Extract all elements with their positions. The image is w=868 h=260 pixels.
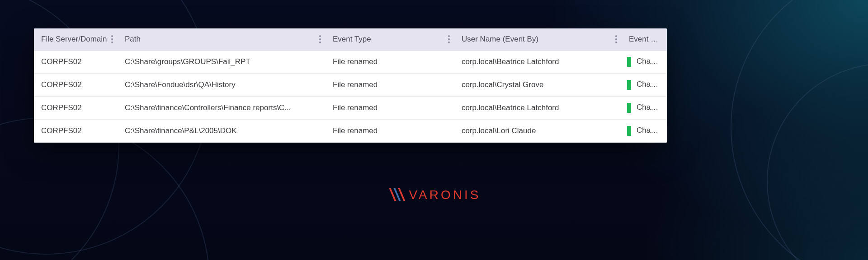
cell-file-server: CORPFS02 <box>34 97 118 120</box>
col-label: Path <box>125 35 141 43</box>
cell-path: C:\Share\Fondue\dsr\QA\History <box>118 74 326 97</box>
table-row[interactable]: CORPFS02C:\Share\finance\Controllers\Fin… <box>34 97 667 120</box>
varonis-mark-icon <box>387 187 407 203</box>
cell-event-operation: Change <box>622 97 667 120</box>
cell-file-server: CORPFS02 <box>34 51 118 74</box>
cell-path: C:\Share\groups\GROUPS\Fail_RPT <box>118 51 326 74</box>
cell-file-server: CORPFS02 <box>34 74 118 97</box>
cell-user-name: corp.local\Crystal Grove <box>454 74 622 97</box>
cell-event-operation: Change <box>622 51 667 74</box>
table-row[interactable]: CORPFS02C:\Share\Fondue\dsr\QA\HistoryFi… <box>34 74 667 97</box>
column-menu-icon[interactable] <box>111 35 113 43</box>
col-label: User Name (Event By) <box>462 35 538 43</box>
col-path[interactable]: Path <box>118 28 326 51</box>
cell-user-name: corp.local\Beatrice Latchford <box>454 51 622 74</box>
table-body: CORPFS02C:\Share\groups\GROUPS\Fail_RPTF… <box>34 51 667 143</box>
operation-label: Change <box>637 103 664 111</box>
app-root: File Server/Domain Path Event Type User … <box>0 0 868 260</box>
events-table-card: File Server/Domain Path Event Type User … <box>34 28 667 143</box>
status-chip-icon <box>627 57 631 67</box>
status-chip-icon <box>627 126 631 136</box>
col-label: Event Type <box>333 35 371 43</box>
status-chip-icon <box>627 80 631 90</box>
cell-event-operation: Change <box>622 120 667 143</box>
col-user-name[interactable]: User Name (Event By) <box>454 28 622 51</box>
brand-logo: VARONIS <box>387 187 481 203</box>
cell-event-operation: Change <box>622 74 667 97</box>
operation-label: Change <box>637 80 664 88</box>
column-menu-icon[interactable] <box>448 35 450 43</box>
col-event-operation[interactable]: Event Oper <box>622 28 667 51</box>
table-row[interactable]: CORPFS02C:\Share\finance\P&L\2005\DOKFil… <box>34 120 667 143</box>
col-event-type[interactable]: Event Type <box>326 28 454 51</box>
column-menu-icon[interactable] <box>319 35 321 43</box>
status-chip-icon <box>627 103 631 113</box>
cell-user-name: corp.local\Lori Claude <box>454 120 622 143</box>
cell-user-name: corp.local\Beatrice Latchford <box>454 97 622 120</box>
cell-event-type: File renamed <box>326 120 454 143</box>
col-label: File Server/Domain <box>41 35 107 43</box>
operation-label: Change <box>637 126 664 135</box>
operation-label: Change <box>637 57 664 65</box>
cell-path: C:\Share\finance\P&L\2005\DOK <box>118 120 326 143</box>
col-label: Event Oper <box>629 35 667 43</box>
brand-name: VARONIS <box>409 188 481 202</box>
table-row[interactable]: CORPFS02C:\Share\groups\GROUPS\Fail_RPTF… <box>34 51 667 74</box>
cell-path: C:\Share\finance\Controllers\Finance rep… <box>118 97 326 120</box>
events-table: File Server/Domain Path Event Type User … <box>34 28 667 143</box>
cell-event-type: File renamed <box>326 74 454 97</box>
col-file-server[interactable]: File Server/Domain <box>34 28 118 51</box>
cell-event-type: File renamed <box>326 97 454 120</box>
cell-file-server: CORPFS02 <box>34 120 118 143</box>
cell-event-type: File renamed <box>326 51 454 74</box>
table-header: File Server/Domain Path Event Type User … <box>34 28 667 51</box>
column-menu-icon[interactable] <box>615 35 617 43</box>
